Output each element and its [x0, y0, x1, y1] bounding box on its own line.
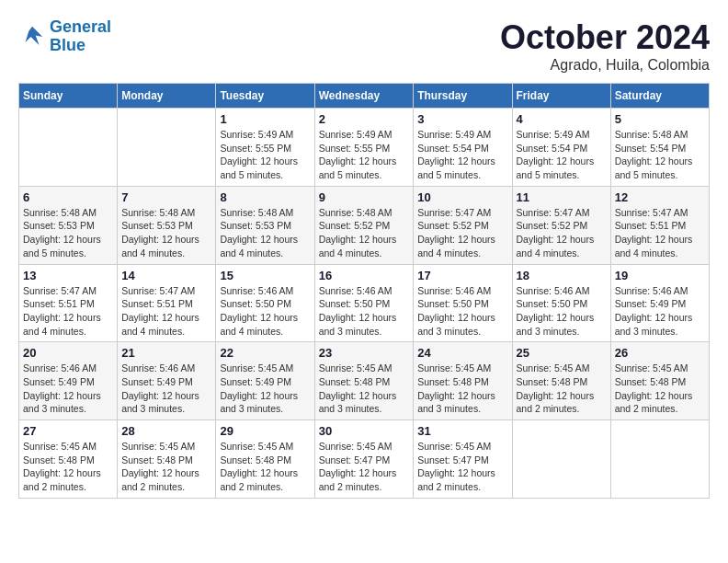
day-info: Sunrise: 5:46 AM Sunset: 5:50 PM Dayligh…: [517, 284, 607, 339]
calendar-cell: [19, 109, 118, 187]
logo-icon: [18, 23, 46, 51]
day-number: 12: [615, 190, 705, 204]
calendar-cell: 20Sunrise: 5:46 AM Sunset: 5:49 PM Dayli…: [19, 342, 118, 420]
calendar-cell: 15Sunrise: 5:46 AM Sunset: 5:50 PM Dayli…: [216, 264, 314, 342]
calendar-cell: 19Sunrise: 5:46 AM Sunset: 5:49 PM Dayli…: [610, 264, 709, 342]
calendar-cell: 7Sunrise: 5:48 AM Sunset: 5:53 PM Daylig…: [118, 186, 216, 264]
month-title: October 2024: [500, 18, 710, 57]
day-info: Sunrise: 5:49 AM Sunset: 5:55 PM Dayligh…: [319, 128, 410, 182]
calendar-cell: 13Sunrise: 5:47 AM Sunset: 5:51 PM Dayli…: [19, 264, 118, 342]
day-info: Sunrise: 5:45 AM Sunset: 5:47 PM Dayligh…: [319, 440, 410, 494]
day-number: 20: [23, 346, 113, 360]
day-number: 24: [417, 346, 507, 360]
day-info: Sunrise: 5:49 AM Sunset: 5:54 PM Dayligh…: [417, 128, 507, 182]
day-number: 22: [220, 346, 310, 360]
calendar-cell: 9Sunrise: 5:48 AM Sunset: 5:52 PM Daylig…: [314, 186, 414, 264]
calendar-cell: 17Sunrise: 5:46 AM Sunset: 5:50 PM Dayli…: [414, 264, 512, 342]
day-info: Sunrise: 5:47 AM Sunset: 5:51 PM Dayligh…: [23, 284, 113, 339]
day-number: 9: [319, 190, 410, 204]
svg-marker-0: [26, 27, 43, 45]
header-monday: Monday: [118, 84, 216, 109]
day-number: 5: [615, 112, 705, 126]
logo: General Blue: [18, 18, 111, 55]
location-subtitle: Agrado, Huila, Colombia: [500, 57, 710, 74]
calendar-week-2: 6Sunrise: 5:48 AM Sunset: 5:53 PM Daylig…: [19, 186, 710, 264]
day-number: 29: [220, 424, 310, 438]
calendar-cell: [610, 420, 709, 499]
calendar-cell: 28Sunrise: 5:45 AM Sunset: 5:48 PM Dayli…: [118, 420, 216, 499]
day-number: 26: [615, 346, 705, 360]
day-info: Sunrise: 5:45 AM Sunset: 5:48 PM Dayligh…: [220, 440, 310, 494]
day-info: Sunrise: 5:45 AM Sunset: 5:48 PM Dayligh…: [121, 440, 211, 494]
day-info: Sunrise: 5:45 AM Sunset: 5:47 PM Dayligh…: [417, 440, 507, 494]
calendar-cell: 5Sunrise: 5:48 AM Sunset: 5:54 PM Daylig…: [610, 109, 709, 187]
calendar-cell: 30Sunrise: 5:45 AM Sunset: 5:47 PM Dayli…: [314, 420, 414, 499]
day-number: 8: [220, 190, 310, 204]
day-info: Sunrise: 5:47 AM Sunset: 5:52 PM Dayligh…: [417, 206, 507, 260]
day-number: 14: [121, 269, 211, 282]
calendar-cell: 26Sunrise: 5:45 AM Sunset: 5:48 PM Dayli…: [610, 342, 709, 420]
calendar-cell: [118, 109, 216, 187]
calendar-cell: 6Sunrise: 5:48 AM Sunset: 5:53 PM Daylig…: [19, 186, 118, 264]
day-info: Sunrise: 5:46 AM Sunset: 5:49 PM Dayligh…: [23, 362, 113, 416]
calendar-week-1: 1Sunrise: 5:49 AM Sunset: 5:55 PM Daylig…: [19, 109, 710, 187]
calendar-cell: 22Sunrise: 5:45 AM Sunset: 5:49 PM Dayli…: [216, 342, 314, 420]
calendar-week-5: 27Sunrise: 5:45 AM Sunset: 5:48 PM Dayli…: [19, 420, 710, 499]
logo-text-line2: Blue: [50, 37, 111, 55]
day-number: 6: [23, 190, 113, 204]
calendar-week-4: 20Sunrise: 5:46 AM Sunset: 5:49 PM Dayli…: [19, 342, 710, 420]
header-wednesday: Wednesday: [314, 84, 414, 109]
day-number: 16: [319, 269, 410, 282]
calendar-cell: 14Sunrise: 5:47 AM Sunset: 5:51 PM Dayli…: [118, 264, 216, 342]
calendar-cell: 16Sunrise: 5:46 AM Sunset: 5:50 PM Dayli…: [314, 264, 414, 342]
header-thursday: Thursday: [414, 84, 512, 109]
day-info: Sunrise: 5:46 AM Sunset: 5:49 PM Dayligh…: [615, 284, 705, 339]
day-info: Sunrise: 5:45 AM Sunset: 5:49 PM Dayligh…: [220, 362, 310, 416]
day-number: 25: [517, 346, 607, 360]
logo-text-line1: General: [50, 18, 111, 37]
calendar-cell: 1Sunrise: 5:49 AM Sunset: 5:55 PM Daylig…: [216, 109, 314, 187]
day-number: 1: [220, 112, 310, 126]
day-info: Sunrise: 5:45 AM Sunset: 5:48 PM Dayligh…: [23, 440, 113, 494]
day-number: 23: [319, 346, 410, 360]
day-number: 31: [417, 424, 507, 438]
calendar-cell: 4Sunrise: 5:49 AM Sunset: 5:54 PM Daylig…: [512, 109, 610, 187]
day-info: Sunrise: 5:48 AM Sunset: 5:52 PM Dayligh…: [319, 206, 410, 260]
day-info: Sunrise: 5:47 AM Sunset: 5:52 PM Dayligh…: [517, 206, 607, 260]
page-header: General Blue October 2024 Agrado, Huila,…: [18, 18, 710, 74]
day-info: Sunrise: 5:45 AM Sunset: 5:48 PM Dayligh…: [517, 362, 607, 416]
day-info: Sunrise: 5:49 AM Sunset: 5:55 PM Dayligh…: [220, 128, 310, 182]
title-block: October 2024 Agrado, Huila, Colombia: [500, 18, 710, 74]
day-number: 19: [615, 269, 705, 282]
day-number: 17: [417, 269, 507, 282]
calendar-cell: 3Sunrise: 5:49 AM Sunset: 5:54 PM Daylig…: [414, 109, 512, 187]
calendar-cell: 8Sunrise: 5:48 AM Sunset: 5:53 PM Daylig…: [216, 186, 314, 264]
day-number: 4: [517, 112, 607, 126]
day-number: 7: [121, 190, 211, 204]
day-number: 13: [23, 269, 113, 282]
day-number: 15: [220, 269, 310, 282]
calendar-cell: 23Sunrise: 5:45 AM Sunset: 5:48 PM Dayli…: [314, 342, 414, 420]
day-info: Sunrise: 5:46 AM Sunset: 5:50 PM Dayligh…: [220, 284, 310, 339]
day-number: 11: [517, 190, 607, 204]
day-info: Sunrise: 5:46 AM Sunset: 5:50 PM Dayligh…: [319, 284, 410, 339]
day-number: 28: [121, 424, 211, 438]
header-tuesday: Tuesday: [216, 84, 314, 109]
day-info: Sunrise: 5:47 AM Sunset: 5:51 PM Dayligh…: [615, 206, 705, 260]
day-number: 10: [417, 190, 507, 204]
day-info: Sunrise: 5:48 AM Sunset: 5:53 PM Dayligh…: [23, 206, 113, 260]
day-number: 30: [319, 424, 410, 438]
day-info: Sunrise: 5:45 AM Sunset: 5:48 PM Dayligh…: [615, 362, 705, 416]
header-sunday: Sunday: [19, 84, 118, 109]
calendar-week-3: 13Sunrise: 5:47 AM Sunset: 5:51 PM Dayli…: [19, 264, 710, 342]
day-info: Sunrise: 5:48 AM Sunset: 5:53 PM Dayligh…: [121, 206, 211, 260]
calendar-cell: 27Sunrise: 5:45 AM Sunset: 5:48 PM Dayli…: [19, 420, 118, 499]
day-info: Sunrise: 5:45 AM Sunset: 5:48 PM Dayligh…: [319, 362, 410, 416]
header-friday: Friday: [512, 84, 610, 109]
day-info: Sunrise: 5:47 AM Sunset: 5:51 PM Dayligh…: [121, 284, 211, 339]
calendar-cell: 21Sunrise: 5:46 AM Sunset: 5:49 PM Dayli…: [118, 342, 216, 420]
calendar-cell: 12Sunrise: 5:47 AM Sunset: 5:51 PM Dayli…: [610, 186, 709, 264]
calendar-table: Sunday Monday Tuesday Wednesday Thursday…: [18, 83, 710, 499]
calendar-cell: 25Sunrise: 5:45 AM Sunset: 5:48 PM Dayli…: [512, 342, 610, 420]
day-info: Sunrise: 5:46 AM Sunset: 5:49 PM Dayligh…: [121, 362, 211, 416]
